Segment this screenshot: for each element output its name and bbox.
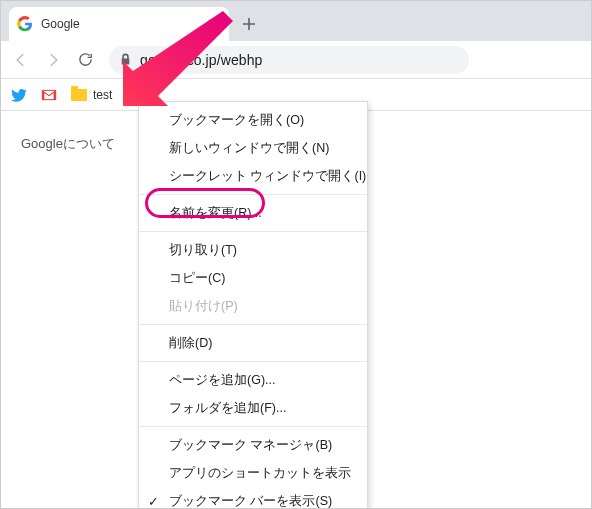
new-tab-button[interactable] [235, 10, 263, 38]
tab-strip: Google [1, 1, 591, 41]
menu-separator [139, 231, 367, 232]
bookmark-folder-label: test [93, 88, 112, 102]
bookmark-gmail[interactable] [41, 87, 57, 103]
check-icon: ✓ [148, 494, 159, 509]
menu-show-app-shortcuts[interactable]: アプリのショートカットを表示 [139, 459, 367, 487]
google-about-link[interactable]: Googleについて [21, 136, 115, 151]
twitter-icon [11, 87, 27, 103]
menu-add-folder[interactable]: フォルダを追加(F)... [139, 394, 367, 422]
context-menu: ブックマークを開く(O) 新しいウィンドウで開く(N) シークレット ウィンドウ… [138, 101, 368, 509]
menu-open-bookmark[interactable]: ブックマークを開く(O) [139, 106, 367, 134]
bookmark-twitter[interactable] [11, 87, 27, 103]
menu-paste: 貼り付け(P) [139, 292, 367, 320]
menu-separator [139, 194, 367, 195]
menu-cut[interactable]: 切り取り(T) [139, 236, 367, 264]
menu-add-page[interactable]: ページを追加(G)... [139, 366, 367, 394]
menu-bookmark-manager[interactable]: ブックマーク マネージャ(B) [139, 431, 367, 459]
folder-icon [71, 87, 87, 103]
menu-separator [139, 324, 367, 325]
menu-delete[interactable]: 削除(D) [139, 329, 367, 357]
reload-button[interactable] [71, 46, 99, 74]
back-button[interactable] [7, 46, 35, 74]
tab-close-icon[interactable] [205, 16, 221, 32]
bookmark-folder-test[interactable]: test [71, 87, 112, 103]
lock-icon [119, 53, 132, 66]
menu-separator [139, 426, 367, 427]
menu-separator [139, 361, 367, 362]
address-bar[interactable]: google.co.jp/webhp [109, 46, 469, 74]
gmail-icon [41, 87, 57, 103]
tab-title: Google [41, 17, 205, 31]
forward-button[interactable] [39, 46, 67, 74]
url-text: google.co.jp/webhp [140, 52, 262, 68]
menu-rename[interactable]: 名前を変更(R)... [139, 199, 367, 227]
menu-copy[interactable]: コピー(C) [139, 264, 367, 292]
toolbar: google.co.jp/webhp [1, 41, 591, 79]
menu-open-new-window[interactable]: 新しいウィンドウで開く(N) [139, 134, 367, 162]
google-favicon [17, 16, 33, 32]
browser-tab[interactable]: Google [9, 7, 229, 41]
menu-show-bookmarks-bar[interactable]: ✓ ブックマーク バーを表示(S) [139, 487, 367, 509]
menu-open-incognito[interactable]: シークレット ウィンドウで開く(I) [139, 162, 367, 190]
